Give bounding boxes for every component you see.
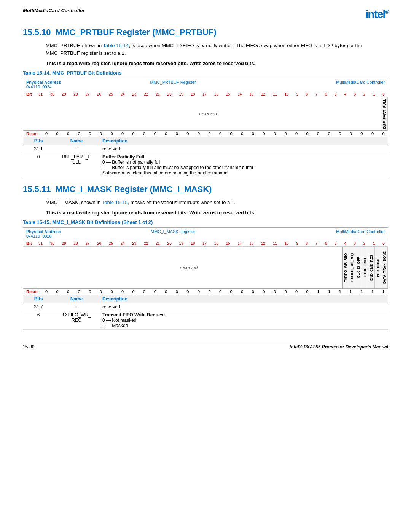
reserved-area-1514: reserved [35,97,381,130]
col-bits-header-1: Bits [23,137,54,145]
bit-nums-2: 31 30 29 28 27 26 25 24 23 22 21 20 19 1… [38,241,385,246]
reg-table-1515: Physical Address 0x4110_0028 MMC_I_MASK … [23,227,388,330]
physical-address-label-1: Physical Address [26,80,102,85]
section-1551: 15.5.11 MMC_I_MASK Register (MMC_I_MASK)… [23,184,388,331]
reset-row-1515: Reset 0000 0000 0000 0000 0000 0000 0 1 … [23,289,388,295]
reserved-area-1515: reserved [35,247,342,288]
bit-numbers-row-1: Bit 31 30 29 28 27 26 25 24 23 22 21 20 … [23,91,388,97]
reg-name-1: MMC_PRTBUF Register [102,80,244,89]
section-1550-bold-note: This is a read/write register. Ignore re… [46,61,388,66]
table-row: 6 TXFIFO_WR_REQ Transmit FIFO Write Requ… [23,311,388,330]
header-title: MultiMediaCard Controller [23,8,85,13]
table-row: 0 BUF_PART_FULL Buffer Partially Full 0 … [23,153,388,177]
bit-grid-1515: reserved TXFIFO_WR_REQ RXFIFO_RD_REQ CLK… [23,247,388,289]
controller-name-1: MultiMediaCard Controller [244,80,385,89]
page-header: MultiMediaCard Controller intel® [23,8,388,21]
reset-label-1: Reset [26,131,45,136]
reset-values-2: 0000 0000 0000 0000 0000 0000 0 1 1 1 1 … [45,289,385,294]
table-row: 31:7 — reserved [23,303,388,311]
bit-label-1: Bit [26,92,38,96]
table-15-15-link[interactable]: Table 15-15 [102,200,128,205]
table-15-14-link[interactable]: Table 15-14 [103,43,129,48]
table-row: 31:1 — reserved [23,145,388,153]
bit-field-clk-is-off: CLK_IS_OFF [355,247,362,288]
table-1515-title: Table 15-15. MMC_I_MASK Bit Definitions … [23,219,388,225]
reset-values-1: 0000 0000 0000 0000 0000 0000 0000 0000 [45,131,385,136]
page-footer: 15-30 Intel® PXA255 Processor Developer'… [23,342,388,350]
intel-logo: intel® [365,8,388,21]
reg-table-1514-header: Physical Address 0x4110_0024 MMC_PRTBUF … [23,78,388,91]
bit-field-stop-cmd: STOP_CMD [362,247,368,288]
physical-address-value-1: 0x4110_0024 [26,85,102,89]
section-1551-body: MMC_I_MASK, shown in Table 15-15, masks … [46,199,388,206]
bit-nums-1: 31 30 29 28 27 26 25 24 23 22 21 20 19 1… [38,92,385,96]
table-1514-title: Table 15-14. MMC_PRTBUF Bit Definitions [23,70,388,76]
section-1551-bold-note: This is a read/write register. Ignore re… [46,210,388,216]
bit-label-2: Bit [26,241,38,246]
reset-label-2: Reset [26,289,45,294]
section-1550: 15.5.10 MMC_PRTBUF Register (MMC_PRTBUF)… [23,27,388,177]
bit-field-buf-part-full: BUF_PART_FULL [381,97,388,130]
bit-field-rxfifo-rd-req: RXFIFO_RD_REQ [349,247,355,288]
def-table-1515: Bits Name Description 31:7 — reserved 6 … [23,295,388,330]
bit-grid-1514: reserved BUF_PART_FULL [23,97,388,131]
section-1550-body: MMC_PRTBUF, shown in Table 15-14, is use… [46,42,388,57]
def-table-1514: Bits Name Description 31:1 — reserved 0 … [23,137,388,177]
col-name-header-2: Name [54,295,99,303]
bit-field-prg-done: PRG_DONE [375,247,381,288]
controller-name-2: MultiMediaCard Controller [244,229,385,238]
section-1550-title: 15.5.10 MMC_PRTBUF Register (MMC_PRTBUF) [23,27,388,37]
col-desc-header-2: Description [99,295,388,303]
col-bits-header-2: Bits [23,295,54,303]
reset-row-1514: Reset 0000 0000 0000 0000 0000 0000 0000… [23,131,388,137]
physical-address-label-2: Physical Address [26,229,102,234]
footer-page-number: 15-30 [23,344,35,350]
footer-manual-title: Intel® PXA255 Processor Developer's Manu… [290,344,388,350]
bit-field-txfifo-wr-req: TXFIFO_WR_REQ [342,247,349,288]
bit-field-end-cmd-res: END_CMD_RES [368,247,375,288]
reg-table-1515-header: Physical Address 0x4110_0028 MMC_I_MASK … [23,228,388,240]
reg-name-2: MMC_I_MASK Register [102,229,244,238]
bit-numbers-row-2: Bit 31 30 29 28 27 26 25 24 23 22 21 20 … [23,240,388,247]
col-desc-header-1: Description [99,137,388,145]
section-1551-title: 15.5.11 MMC_I_MASK Register (MMC_I_MASK) [23,184,388,194]
reg-table-1514: Physical Address 0x4110_0024 MMC_PRTBUF … [23,78,388,177]
col-name-header-1: Name [54,137,99,145]
physical-address-value-2: 0x4110_0028 [26,234,102,238]
bit-field-data-tran-done: DATA_TRAN_DONE [381,247,388,288]
